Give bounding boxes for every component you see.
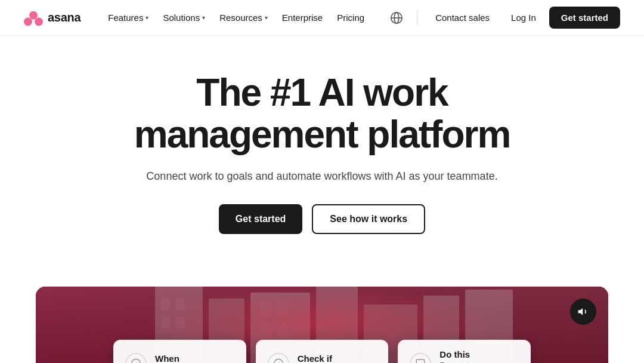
language-selector-button[interactable] [386,7,407,29]
login-button[interactable]: Log In [503,8,544,27]
svg-rect-17 [259,302,271,316]
asana-logo-icon [24,8,43,27]
svg-rect-16 [176,316,185,328]
hero-cta-buttons: Get started See how it works [24,204,620,234]
hero-section: The #1 AI work management platform Conne… [0,36,644,287]
svg-point-21 [132,359,141,363]
logo-text: asana [48,11,80,24]
svg-point-0 [29,11,38,19]
features-chevron-icon: ▾ [145,14,148,21]
svg-rect-13 [161,299,170,310]
nav-resources[interactable]: Resources ▾ [213,9,274,26]
svg-rect-14 [176,299,185,310]
get-started-nav-button[interactable]: Get started [549,7,620,29]
svg-point-1 [24,17,32,26]
svg-rect-15 [161,316,170,328]
contact-sales-button[interactable]: Contact sales [427,8,498,27]
svg-rect-20 [277,322,289,337]
demo-section: When Task is assigned Check if Fields ar… [36,287,608,363]
nav-right: Contact sales Log In Get started [386,7,620,29]
nav-links: Features ▾ Solutions ▾ Resources ▾ Enter… [102,9,386,26]
hero-get-started-button[interactable]: Get started [219,204,302,234]
globe-icon [390,11,403,24]
svg-point-2 [35,17,43,26]
sound-toggle-button[interactable] [570,299,596,325]
resources-chevron-icon: ▾ [265,14,268,21]
checkif-check-icon [268,353,289,363]
nav-solutions[interactable]: Solutions ▾ [157,9,211,26]
dothis-card-content: Do this Request more information [439,349,519,363]
workflow-cards: When Task is assigned Check if Fields ar… [113,340,531,363]
hero-subtitle: Connect work to goals and automate workf… [24,170,620,183]
when-card-content: When Task is assigned [155,353,234,363]
workflow-card-check-if: Check if Fields are incomplete [256,340,389,363]
navbar: asana Features ▾ Solutions ▾ Resources ▾… [0,0,644,36]
solutions-chevron-icon: ▾ [202,14,205,21]
svg-rect-19 [259,322,271,337]
svg-point-22 [274,359,283,363]
svg-rect-18 [277,302,289,316]
nav-enterprise[interactable]: Enterprise [276,9,329,26]
nav-features[interactable]: Features ▾ [102,9,154,26]
workflow-card-do-this: Do this Request more information [398,340,531,363]
dothis-msg-icon [410,353,431,363]
nav-pricing[interactable]: Pricing [331,9,370,26]
when-check-icon [125,353,147,363]
workflow-card-when: When Task is assigned [113,340,246,363]
logo-link[interactable]: asana [24,8,80,27]
speaker-icon [577,306,589,318]
checkif-card-content: Check if Fields are incomplete [298,353,377,363]
hero-title: The #1 AI work management platform [24,72,620,156]
hero-see-how-button[interactable]: See how it works [312,204,425,234]
svg-marker-23 [578,308,583,315]
nav-divider [417,11,417,25]
